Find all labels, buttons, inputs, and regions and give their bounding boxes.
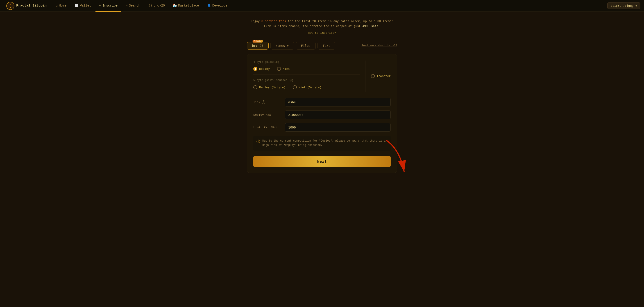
radio-deploy-5byte[interactable]: Deploy (5-byte) [253, 85, 286, 89]
nav-brc20-label: brc-20 [154, 4, 165, 7]
deploy-radio-circle [253, 67, 257, 71]
radio-mint-5byte[interactable]: Mint (5-byte) [293, 85, 321, 89]
nav-marketplace-label: Marketplace [178, 4, 199, 7]
nav-wallet-label: Wallet [80, 4, 91, 7]
five-byte-radio-row: Deploy (5-byte) Mint (5-byte) [253, 85, 360, 89]
transfer-label: Transfer [377, 74, 391, 78]
mint-radio-circle [277, 67, 281, 71]
wallet-icon: ⬜ [74, 3, 78, 7]
search-icon: ⌕ [126, 3, 128, 7]
tab-brc20-label: brc-20 [252, 44, 264, 47]
svg-text:₿: ₿ [10, 4, 11, 8]
tick-input[interactable] [285, 98, 391, 106]
transfer-circle [371, 74, 375, 78]
nav-marketplace[interactable]: 🏪 Marketplace [169, 0, 202, 12]
tab-brc20[interactable]: 5-byte brc-20 [247, 42, 269, 49]
limit-per-mint-field: Limit Per Mint [253, 123, 391, 132]
mint-5byte-circle [293, 85, 297, 89]
mint-label: Mint [283, 67, 290, 71]
banner-line2-highlight: 4999 sats [362, 24, 378, 28]
promo-banner: Enjoy 0 service fees for the first 20 it… [247, 19, 397, 35]
inscribe-card: 4-byte (classic) Deploy Mint 5-byte (sel… [247, 54, 397, 173]
tab-files-label: Files [301, 44, 310, 47]
marketplace-icon: 🏪 [173, 3, 177, 7]
banner-line1-prefix: Enjoy [251, 19, 262, 23]
deploy-5byte-circle [253, 85, 257, 89]
nav-developer[interactable]: 👤 Developer [204, 0, 233, 12]
classic-section-label: 4-byte (classic) [253, 60, 360, 64]
logo-text: Fractal Bitcoin [16, 4, 46, 8]
five-byte-section-label: 5-byte (self-issuance ⓘ) [253, 78, 360, 82]
navbar: ₿ Fractal Bitcoin ⌂ Home ⬜ Wallet ✏ Insc… [0, 0, 644, 12]
main-content: Enjoy 0 service fees for the first 20 it… [243, 12, 401, 180]
tab-text-label: Text [323, 44, 330, 47]
tab-names-label: Names ∨ [276, 44, 289, 47]
tab-text[interactable]: Text [318, 42, 336, 49]
nav-home[interactable]: ⌂ Home [52, 0, 70, 12]
developer-icon: 👤 [207, 3, 211, 7]
nav-search[interactable]: ⌕ Search [122, 0, 144, 12]
section-divider [253, 74, 360, 75]
next-button-container: Next [253, 156, 391, 167]
banner-line2-suffix: ! [378, 24, 380, 28]
nav-inscribe-label: Inscribe [102, 4, 118, 7]
deploy-warning: ⓘ Due to the current competition for "De… [253, 136, 391, 151]
warning-text: Due to the current competition for "Depl… [262, 139, 388, 147]
inscribe-tabs: 5-byte brc-20 Names ∨ Files Text Read mo… [247, 42, 397, 49]
tab-names[interactable]: Names ∨ [270, 42, 294, 49]
limit-per-mint-label: Limit Per Mint [253, 126, 285, 129]
radio-group: 4-byte (classic) Deploy Mint 5-byte (sel… [253, 60, 391, 92]
nav-wallet[interactable]: ⬜ Wallet [71, 0, 94, 12]
wallet-address-button[interactable]: bc1p5...0jgqg ∨ [607, 2, 640, 9]
nav-brc20[interactable]: {} brc-20 [145, 0, 168, 12]
logo[interactable]: ₿ Fractal Bitcoin [4, 2, 49, 10]
how-to-inscribe-link[interactable]: How to inscribe? [308, 31, 336, 35]
banner-line2-prefix: From 34 items onward, the service fee is… [264, 24, 362, 28]
wallet-address-text: bc1p5...0jgqg ∨ [611, 4, 637, 7]
nav-home-label: Home [59, 4, 66, 7]
read-more-link[interactable]: Read more about brc-20 [362, 44, 397, 47]
classic-radio-row: Deploy Mint [253, 67, 360, 71]
radio-transfer[interactable]: Transfer [371, 74, 391, 78]
deploy-5byte-label: Deploy (5-byte) [259, 86, 286, 89]
banner-line1-suffix: for the first 20 items in any batch orde… [286, 19, 393, 23]
warning-icon: ⓘ [256, 139, 260, 147]
radio-section-transfer: Transfer [366, 60, 391, 92]
inscribe-icon: ✏ [99, 3, 101, 7]
brc20-icon: {} [148, 4, 152, 7]
tab-files[interactable]: Files [296, 42, 316, 49]
nav-developer-label: Developer [212, 4, 230, 7]
nav-inscribe[interactable]: ✏ Inscribe [96, 0, 121, 12]
logo-icon: ₿ [6, 2, 14, 10]
next-button[interactable]: Next [253, 156, 391, 167]
deploy-max-input[interactable] [285, 110, 391, 119]
nav-search-label: Search [129, 4, 140, 7]
five-byte-section: 5-byte (self-issuance ⓘ) Deploy (5-byte)… [253, 78, 360, 89]
tick-info-icon[interactable]: ? [262, 100, 265, 104]
home-icon: ⌂ [56, 4, 58, 7]
deploy-max-label: Deploy Max [253, 113, 285, 117]
radio-deploy[interactable]: Deploy [253, 67, 270, 71]
radio-section-classic: 4-byte (classic) Deploy Mint 5-byte (sel… [253, 60, 366, 92]
radio-mint[interactable]: Mint [277, 67, 290, 71]
mint-5byte-label: Mint (5-byte) [298, 86, 321, 89]
tick-field: Tick ? [253, 98, 391, 106]
limit-per-mint-input[interactable] [285, 123, 391, 132]
deploy-label: Deploy [259, 67, 270, 71]
brc20-badge: 5-byte [253, 40, 263, 42]
banner-line1-highlight: 0 service fees [262, 19, 286, 23]
deploy-max-field: Deploy Max [253, 110, 391, 119]
tick-label: Tick ? [253, 100, 285, 104]
